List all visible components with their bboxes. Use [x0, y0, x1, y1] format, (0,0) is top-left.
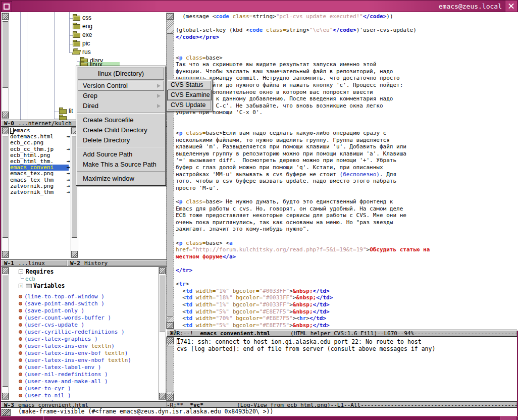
scroll-up-arrow-icon[interactable] [2, 268, 9, 274]
scrollbar-thumb[interactable] [167, 346, 173, 392]
scroll-down-arrow-icon[interactable] [167, 322, 174, 329]
method-item[interactable]: (user-latex-ins-env-bof textln) [24, 350, 128, 356]
method-item[interactable]: (user-count-words-buffer ) [24, 314, 111, 321]
submenu-item-cvs-update[interactable]: CVS Update [168, 100, 211, 110]
scroll-down-arrow-icon[interactable] [2, 112, 9, 118]
source-file-item[interactable]: emacs_tex.png [10, 171, 69, 177]
method-item[interactable]: (user-latex-graphics ) [24, 336, 98, 342]
folder-icon[interactable] [73, 24, 80, 29]
source-file-item[interactable]: ecb_cc.png [10, 140, 69, 146]
scrollbar-vertical[interactable] [159, 267, 166, 400]
folder-icon[interactable] [73, 16, 80, 21]
source-file-item[interactable]: dotemacs.html [10, 134, 69, 140]
folder-icon[interactable] [73, 41, 80, 46]
method-item[interactable]: (line-to-top-of-window ) [24, 293, 105, 300]
source-file-item[interactable]: .emacs [10, 128, 69, 134]
scrollbar-vertical[interactable] [2, 127, 9, 258]
menu-item-create-sourcefile[interactable]: Create Sourcefile [78, 115, 164, 125]
open-folder-icon[interactable] [72, 50, 81, 55]
directory-item[interactable]: rus [82, 49, 91, 56]
scroll-down-arrow-icon[interactable] [159, 393, 166, 399]
menu-item-delete-directory[interactable]: Delete Directory [78, 135, 164, 145]
method-item[interactable]: (user-latex-ins-env textln) [24, 343, 115, 349]
scrollbar-thumb[interactable] [3, 21, 8, 88]
scroll-up-arrow-icon[interactable] [2, 128, 9, 134]
method-item[interactable]: (user-cyrillic-redefinitions ) [24, 329, 125, 335]
folder-icon[interactable] [59, 109, 67, 114]
source-file-item[interactable]: ecb_cc_thm.jp [10, 146, 69, 152]
source-file-item[interactable]: zatvornik_thm [10, 189, 69, 195]
directory-item[interactable]: css [82, 15, 91, 21]
scrollbar-vertical[interactable] [166, 13, 174, 329]
method-item[interactable]: (save-point-only ) [24, 307, 84, 314]
minibuffer-scrollbar-stub-icon [2, 409, 11, 416]
method-item[interactable]: (user-nil-redefinitions ) [24, 371, 108, 378]
directory-item[interactable]: exe [82, 32, 92, 38]
buffer-line: <td width="18%" bgcolor="#0033FF">&nbsp;… [176, 294, 518, 301]
source-file-item[interactable]: emacs_conveni [10, 165, 69, 171]
scroll-down-arrow-icon[interactable] [167, 394, 174, 400]
menu-item-create-child-directory[interactable]: Create Child Directory [78, 125, 164, 135]
scroll-down-arrow-icon[interactable] [2, 393, 9, 399]
method-item[interactable]: (save-point-and-switch ) [24, 300, 105, 307]
menu-item-grep[interactable]: Grep [78, 91, 164, 101]
scroll-up-arrow-icon[interactable] [167, 13, 174, 20]
tree-guide-line [77, 53, 77, 66]
scrollbar-vertical[interactable] [2, 13, 9, 119]
menu-item-maximize-window[interactable]: Maximize window [78, 174, 164, 184]
scrollbar-thumb[interactable] [160, 276, 165, 332]
close-button[interactable] [505, 0, 517, 12]
menu-item-version-control[interactable]: Version Control [78, 81, 164, 91]
buffer-line: местном форуме</a> [176, 253, 518, 260]
method-item[interactable]: (user-save-and-make-all ) [24, 378, 108, 385]
directory-item[interactable]: eng [82, 23, 92, 30]
methods-section[interactable]: Variables [33, 283, 65, 289]
menu-item-dired[interactable]: Dired [78, 101, 164, 111]
method-item[interactable]: (user-latex-label-env ) [24, 364, 101, 371]
scroll-down-arrow-icon[interactable] [2, 251, 9, 257]
method-arg: textln [108, 357, 128, 363]
wm-resize-bar[interactable] [0, 416, 518, 420]
w0-label: W-0 [4, 120, 14, 127]
titlebar-drag-area[interactable]: emacs@zeus.local [12, 0, 505, 12]
vc-modeline[interactable]: -R:** *vc* (Log-View from ecb_html.png)-… [167, 401, 517, 408]
scrollbar-thumb[interactable] [3, 136, 8, 238]
scrollbar-vertical[interactable] [2, 267, 9, 400]
directory-item[interactable]: lit [69, 108, 73, 115]
directory-item[interactable]: pic [82, 40, 90, 47]
scroll-up-arrow-icon[interactable] [2, 13, 9, 20]
folder-icon[interactable] [73, 33, 80, 38]
wm-resize-handle[interactable] [500, 416, 516, 420]
method-item[interactable]: (user-to-cyr ) [24, 385, 71, 392]
source-file-item[interactable]: ecb_html.png [10, 152, 69, 159]
w2-history-header[interactable]: W-2History [67, 259, 167, 267]
methods-child-item[interactable]: ecb [25, 276, 35, 282]
w1-header[interactable]: W-1...linux [1, 259, 67, 267]
scroll-up-arrow-icon[interactable] [167, 338, 174, 344]
scroll-up-arrow-icon[interactable] [159, 268, 166, 274]
buffer-line: <td width="1%" bgcolor="#0033FF">&nbsp;<… [176, 301, 518, 308]
main-buffer[interactable]: (message <code class=string>"pcl-cvs upd… [175, 12, 518, 331]
scrollbar-thumb[interactable] [167, 33, 173, 317]
expand-box-icon[interactable]: + [19, 284, 23, 288]
w3-header[interactable]: W-3emacs_convenient.html [1, 401, 167, 408]
main-modeline[interactable]: -ЖЙR:--! emacs_convenient.html (HTML hel… [167, 330, 517, 337]
source-file-item[interactable]: ecb_html_thm. [10, 159, 69, 165]
source-file-item[interactable]: emacs_tex_thm [10, 177, 69, 183]
menu-item-add-source-path[interactable]: Add Source Path [78, 149, 164, 160]
menu-item-make-this-a-source-path[interactable]: Make This a Source Path [78, 160, 164, 170]
submenu-item-cvs-status[interactable]: CVS Status [168, 80, 211, 90]
source-file-item[interactable]: zatvornik.png [10, 183, 69, 189]
scroll-down-arrow-icon[interactable] [71, 251, 78, 257]
submenu-item-cvs-examine[interactable]: CVS Examine [168, 90, 211, 100]
iconify-button[interactable] [1, 1, 12, 12]
method-item[interactable]: (user-cvs-update ) [24, 322, 84, 328]
buffer-line: выполнить команду commit. Нетрудно запом… [176, 75, 518, 82]
collapse-box-icon[interactable]: - [19, 270, 23, 274]
method-item[interactable]: (user-to-nil ) [24, 392, 71, 399]
scrollbar-thumb[interactable] [3, 276, 8, 387]
method-bullet-icon [19, 358, 22, 362]
methods-section[interactable]: Requires [26, 269, 54, 275]
method-item[interactable]: (user-latex-ins-env-nbof textln) [24, 357, 131, 363]
scrollbar-vertical[interactable] [166, 337, 174, 401]
